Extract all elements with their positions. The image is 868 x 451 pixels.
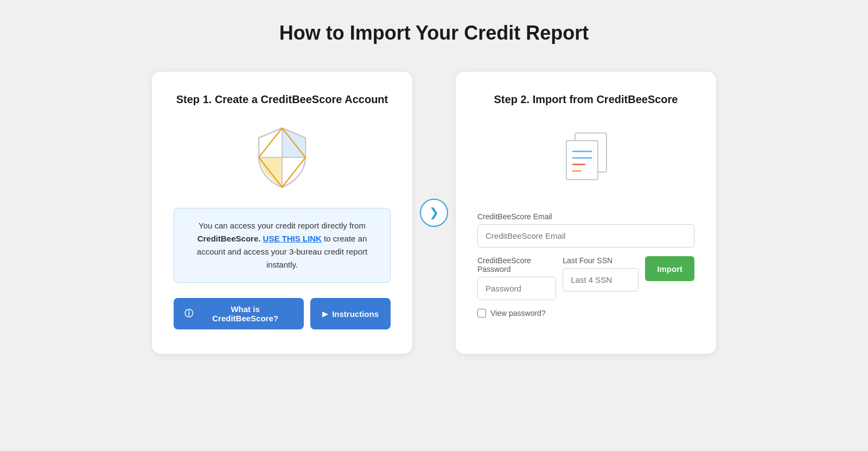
page-title: How to Import Your Credit Report xyxy=(279,22,589,45)
instructions-button[interactable]: ▶ Instructions xyxy=(310,298,391,329)
what-button-label: What is CreditBeeScore? xyxy=(197,304,293,323)
cards-container: Step 1. Create a CreditBeeScore Account xyxy=(136,72,732,354)
password-input[interactable] xyxy=(477,277,556,300)
info-box: You can access your credit report direct… xyxy=(174,208,391,283)
email-label: CreditBeeScore Email xyxy=(477,212,694,221)
email-input[interactable] xyxy=(477,224,694,247)
step1-buttons: ⓘ What is CreditBeeScore? ▶ Instructions xyxy=(174,298,391,329)
arrow-circle: ❯ xyxy=(420,199,448,227)
import-form: CreditBeeScore Email CreditBeeScore Pass… xyxy=(477,212,694,317)
what-is-creditbeescore-button[interactable]: ⓘ What is CreditBeeScore? xyxy=(174,298,304,329)
brand-name: CreditBeeScore. xyxy=(197,234,261,243)
step2-card: Step 2. Import from CreditBeeScore Credi… xyxy=(456,72,716,354)
import-button[interactable]: Import xyxy=(645,256,694,281)
step2-title: Step 2. Import from CreditBeeScore xyxy=(494,93,678,106)
password-label: CreditBeeScore Password xyxy=(477,256,556,274)
ssn-input[interactable] xyxy=(563,268,639,291)
step1-card: Step 1. Create a CreditBeeScore Account xyxy=(152,72,412,354)
ssn-label: Last Four SSN xyxy=(563,256,639,265)
step-arrow-divider: ❯ xyxy=(412,199,456,227)
view-password-checkbox[interactable] xyxy=(477,309,486,317)
arrow-icon: ❯ xyxy=(429,206,439,220)
info-text: You can access your credit report direct… xyxy=(197,221,367,269)
document-icon xyxy=(553,122,618,193)
step1-title: Step 1. Create a CreditBeeScore Account xyxy=(176,93,388,106)
import-button-wrapper: Import xyxy=(645,256,694,281)
play-icon: ▶ xyxy=(322,310,328,318)
view-password-label[interactable]: View password? xyxy=(490,309,546,317)
instructions-label: Instructions xyxy=(332,309,379,319)
password-ssn-row: CreditBeeScore Password Last Four SSN Im… xyxy=(477,256,694,300)
svg-rect-7 xyxy=(566,141,598,180)
use-this-link[interactable]: USE THIS LINK xyxy=(263,234,322,243)
view-password-row: View password? xyxy=(477,309,694,317)
svg-line-5 xyxy=(282,157,305,187)
ssn-group: Last Four SSN xyxy=(563,256,639,291)
question-icon: ⓘ xyxy=(184,308,193,320)
shield-icon xyxy=(250,122,315,193)
password-group: CreditBeeScore Password xyxy=(477,256,556,300)
